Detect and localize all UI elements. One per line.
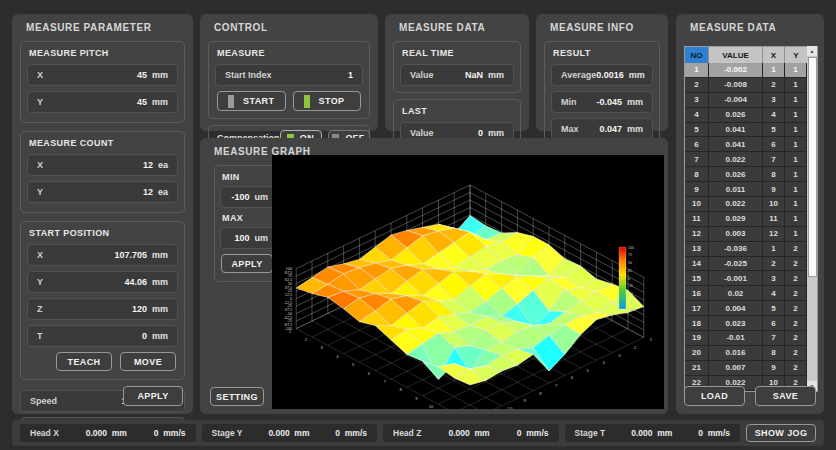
teach-button[interactable]: TEACH xyxy=(56,352,112,371)
table-cell: 5 xyxy=(763,301,785,316)
table-cell: 15 xyxy=(685,271,709,286)
table-row[interactable]: 70.02271 xyxy=(685,152,817,167)
field-value: 44.06 xyxy=(124,277,147,287)
table-cell: 8 xyxy=(763,167,785,182)
svg-text:6: 6 xyxy=(571,375,574,380)
table-cell: 11 xyxy=(685,212,709,227)
svg-text:3: 3 xyxy=(320,345,323,350)
table-cell: 10 xyxy=(763,197,785,212)
table-row[interactable]: 170.00452 xyxy=(685,301,817,316)
graph-apply-button[interactable]: APPLY xyxy=(221,254,273,273)
table-cell: 0.026 xyxy=(709,167,763,182)
start-x-field[interactable]: X 107.705mm xyxy=(27,244,178,266)
table-row[interactable]: 120.003121 xyxy=(685,227,817,242)
table-row[interactable]: 19-0.0172 xyxy=(685,331,817,346)
load-button[interactable]: LOAD xyxy=(684,386,745,406)
table-row[interactable]: 50.04151 xyxy=(685,123,817,138)
graph-max-field[interactable]: 100um xyxy=(220,227,274,249)
field-unit: mm xyxy=(488,128,504,138)
table-cell: 2 xyxy=(785,301,807,316)
table-cell: 0.022 xyxy=(709,197,763,212)
panel-measure-info: MEASURE INFO RESULT Average 0.0016mm Min… xyxy=(536,14,668,131)
surface-plot-3d[interactable]: 10087.57562.55037.52512.50-12.5-25-37.5-… xyxy=(272,155,664,409)
field-label: Z xyxy=(37,304,43,314)
table-cell: 13 xyxy=(685,242,709,257)
field-value: 107.705 xyxy=(114,250,147,260)
table-row[interactable]: 80.02681 xyxy=(685,167,817,182)
table-row[interactable]: 1-0.00211 xyxy=(685,63,817,78)
axis-speed: 0 mm/s xyxy=(154,428,186,438)
svg-text:4: 4 xyxy=(336,354,339,359)
pitch-y-field[interactable]: Y 45mm xyxy=(27,91,178,113)
graph-min-field[interactable]: -100um xyxy=(220,186,274,208)
table-row[interactable]: 180.02362 xyxy=(685,316,817,331)
scroll-up-icon[interactable]: ▲ xyxy=(807,46,817,56)
axis-status-box: Head Z0.000 mm0 mm/s xyxy=(383,424,559,442)
column-header-y[interactable]: Y xyxy=(785,47,807,63)
table-cell: -0.004 xyxy=(709,93,763,108)
table-row[interactable]: 40.02641 xyxy=(685,108,817,123)
table-row[interactable]: 210.00792 xyxy=(685,361,817,376)
field-label: X xyxy=(37,70,43,80)
panel-title: MEASURE PARAMETER xyxy=(12,14,193,38)
table-cell: -0.036 xyxy=(709,242,763,257)
count-x-field[interactable]: X 12ea xyxy=(27,154,178,176)
column-header-value[interactable]: VALUE xyxy=(709,47,763,63)
table-cell: 3 xyxy=(763,93,785,108)
table-row[interactable]: 14-0.02522 xyxy=(685,257,817,272)
save-button[interactable]: SAVE xyxy=(755,386,816,406)
field-unit: mm xyxy=(629,70,645,80)
svg-text:3: 3 xyxy=(618,353,621,358)
count-y-field[interactable]: Y 12ea xyxy=(27,181,178,203)
field-unit: ea xyxy=(158,187,168,197)
parameter-apply-button[interactable]: APPLY xyxy=(123,386,183,406)
table-cell: 2 xyxy=(685,78,709,93)
group-result: RESULT Average 0.0016mm Min -0.045mm Max… xyxy=(544,41,660,147)
field-label: Value xyxy=(410,70,434,80)
field-label: Y xyxy=(37,187,43,197)
field-unit: mm xyxy=(627,97,643,107)
start-index-field[interactable]: Start Index 1 xyxy=(215,64,363,86)
setting-button[interactable]: SETTING xyxy=(210,387,264,406)
stop-button[interactable]: STOP xyxy=(293,91,362,111)
table-row[interactable]: 160.0242 xyxy=(685,286,817,301)
table-cell: 1 xyxy=(785,78,807,93)
table-cell: 2 xyxy=(785,242,807,257)
show-jog-button[interactable]: SHOW JOG xyxy=(746,424,816,442)
axis-status-box: Stage Y0.000 mm0 mm/s xyxy=(202,424,378,442)
table-scrollbar[interactable]: ▲ ▼ xyxy=(807,46,817,391)
table-row[interactable]: 13-0.03612 xyxy=(685,242,817,257)
svg-text:5: 5 xyxy=(587,368,590,373)
table-cell: 1 xyxy=(785,212,807,227)
table-row[interactable]: 90.01191 xyxy=(685,182,817,197)
field-value: 120 xyxy=(132,304,147,314)
scrollbar-thumb[interactable] xyxy=(808,57,817,277)
table-row[interactable]: 3-0.00431 xyxy=(685,93,817,108)
field-label: Average xyxy=(561,70,596,80)
svg-text:50: 50 xyxy=(628,261,632,265)
column-header-x[interactable]: X xyxy=(763,47,785,63)
start-t-field[interactable]: T 0mm xyxy=(27,325,178,347)
start-z-field[interactable]: Z 120mm xyxy=(27,298,178,320)
table-row[interactable]: 2-0.00821 xyxy=(685,78,817,93)
field-value: NaN xyxy=(465,70,483,80)
table-cell: 0.022 xyxy=(709,152,763,167)
table-cell: 4 xyxy=(763,108,785,123)
field-label: Y xyxy=(37,97,43,107)
start-y-field[interactable]: Y 44.06mm xyxy=(27,271,178,293)
table-row[interactable]: 100.022101 xyxy=(685,197,817,212)
group-measure-count: MEASURE COUNT X 12ea Y 12ea xyxy=(20,131,185,213)
axis-position: 0.000 mm xyxy=(86,428,127,438)
table-row[interactable]: 60.04161 xyxy=(685,137,817,152)
field-value: 12 xyxy=(143,160,153,170)
axis-label: Stage T xyxy=(575,428,606,438)
pitch-x-field[interactable]: X 45mm xyxy=(27,64,178,86)
table-cell: 1 xyxy=(685,63,709,78)
table-row[interactable]: 15-0.00132 xyxy=(685,271,817,286)
start-button[interactable]: START xyxy=(217,91,286,111)
table-row[interactable]: 200.01682 xyxy=(685,346,817,361)
table-row[interactable]: 110.029111 xyxy=(685,212,817,227)
move-button[interactable]: MOVE xyxy=(120,352,176,371)
table-cell: 4 xyxy=(685,108,709,123)
column-header-no[interactable]: NO xyxy=(685,47,709,63)
